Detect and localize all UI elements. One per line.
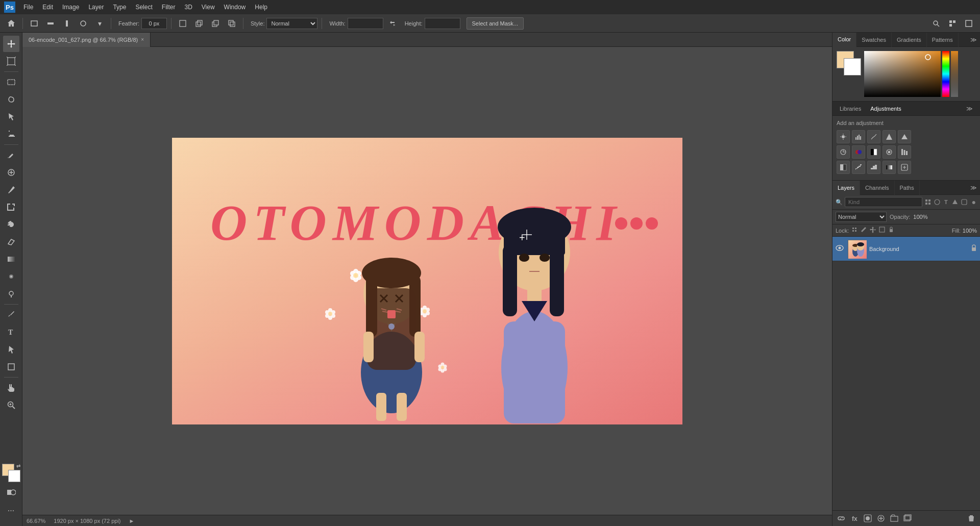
- blur-tool[interactable]: [3, 268, 19, 285]
- search-ui-btn[interactable]: [929, 16, 943, 31]
- tab-gradients[interactable]: Gradients: [892, 33, 927, 47]
- brush-tool[interactable]: [3, 182, 19, 198]
- menu-help[interactable]: Help: [251, 3, 272, 12]
- pen-tool[interactable]: [3, 307, 19, 323]
- adj-levels-btn[interactable]: [852, 130, 865, 143]
- feather-input[interactable]: [141, 18, 167, 29]
- blend-mode-select[interactable]: Normal Dissolve Multiply Screen Overlay: [836, 212, 887, 222]
- add-selection-btn[interactable]: [192, 16, 206, 31]
- menu-file[interactable]: File: [19, 3, 37, 12]
- color-panel-collapse-btn[interactable]: ≫: [967, 36, 980, 43]
- document-tab[interactable]: 06-encode_001_627.png @ 66.7% (RGB/8) ×: [22, 33, 151, 47]
- tab-channels[interactable]: Channels: [860, 181, 894, 195]
- menu-type[interactable]: Type: [109, 3, 130, 12]
- adj-hsl-btn[interactable]: [837, 145, 850, 159]
- navigate-btn[interactable]: ►: [129, 518, 135, 524]
- crop-tool[interactable]: [3, 126, 19, 142]
- marquee-rect-tool[interactable]: [3, 74, 19, 90]
- rect-marquee-btn[interactable]: [27, 16, 41, 31]
- adj-gradient-map-btn[interactable]: [883, 161, 896, 174]
- menu-window[interactable]: Window: [220, 3, 250, 12]
- new-selection-btn[interactable]: [176, 16, 190, 31]
- lock-pixels-btn[interactable]: [851, 226, 858, 235]
- filter-pixel-btn[interactable]: [924, 197, 932, 207]
- maximize-btn[interactable]: [962, 16, 976, 31]
- link-layers-btn[interactable]: [836, 513, 847, 524]
- filter-type-btn[interactable]: T: [943, 197, 949, 207]
- lock-brush-btn[interactable]: [860, 226, 867, 235]
- adj-threshold-btn[interactable]: [867, 161, 880, 174]
- bg-color-chip[interactable]: [8, 470, 20, 482]
- fill-value[interactable]: 100%: [963, 228, 977, 234]
- adj-invert-btn[interactable]: [837, 161, 850, 174]
- adj-colorbalance-btn[interactable]: [852, 145, 865, 159]
- tab-adjustments[interactable]: Adjustments: [867, 102, 904, 116]
- select-row-btn[interactable]: [43, 16, 58, 31]
- opacity-slider[interactable]: [951, 51, 958, 97]
- tab-layers[interactable]: Layers: [832, 181, 860, 195]
- layers-search-input[interactable]: [845, 197, 922, 207]
- quick-mask-btn[interactable]: [3, 484, 19, 500]
- swap-dimensions-btn[interactable]: [385, 16, 400, 31]
- clone-stamp-tool[interactable]: [3, 199, 19, 215]
- tab-color[interactable]: Color: [832, 33, 856, 47]
- home-button[interactable]: [4, 16, 18, 31]
- workspace-btn[interactable]: [945, 16, 960, 31]
- menu-filter[interactable]: Filter: [158, 3, 180, 12]
- menu-view[interactable]: View: [198, 3, 219, 12]
- dodge-tool[interactable]: [3, 286, 19, 302]
- background-swatch[interactable]: [844, 58, 861, 76]
- move-tool[interactable]: [3, 36, 19, 52]
- tab-patterns[interactable]: Patterns: [927, 33, 959, 47]
- adj-channel-mixer-btn[interactable]: [898, 145, 911, 159]
- history-brush-tool[interactable]: [3, 216, 19, 233]
- layer-visibility-btn[interactable]: [836, 244, 845, 254]
- height-input[interactable]: [425, 18, 460, 29]
- lock-all-btn[interactable]: [888, 226, 895, 235]
- swap-colors-btn[interactable]: ⇄: [16, 464, 20, 469]
- hue-slider[interactable]: [942, 51, 949, 97]
- style-select[interactable]: Normal Fixed Ratio Fixed Size: [266, 18, 317, 29]
- layer-item-background[interactable]: Background: [832, 237, 980, 261]
- filter-adjustment-btn[interactable]: [934, 197, 941, 207]
- color-gradient-picker[interactable]: [864, 51, 941, 97]
- adj-bw-btn[interactable]: [867, 145, 880, 159]
- canvas-wrapper[interactable]: OTOMODACHI: [22, 47, 832, 515]
- add-style-btn[interactable]: fx: [849, 513, 860, 524]
- shape-tool[interactable]: [3, 359, 19, 375]
- healing-tool[interactable]: [3, 164, 19, 181]
- layers-panel-collapse-btn[interactable]: ≫: [967, 184, 980, 191]
- tab-close-btn[interactable]: ×: [141, 37, 144, 42]
- zoom-tool[interactable]: [3, 397, 19, 413]
- gradient-tool[interactable]: [3, 251, 19, 267]
- menu-layer[interactable]: Layer: [84, 3, 108, 12]
- canvas-image[interactable]: OTOMODACHI: [172, 138, 682, 424]
- delete-layer-btn[interactable]: [966, 513, 977, 524]
- adj-selective-color-btn[interactable]: [898, 161, 911, 174]
- menu-edit[interactable]: Edit: [38, 3, 57, 12]
- adj-vibrance-btn[interactable]: [898, 130, 911, 143]
- filter-smart-btn[interactable]: [961, 197, 968, 207]
- adj-panel-collapse-btn[interactable]: ≫: [963, 105, 976, 112]
- text-tool[interactable]: T: [3, 324, 19, 340]
- filter-shape-btn[interactable]: [951, 197, 959, 207]
- eraser-tool[interactable]: [3, 234, 19, 250]
- adj-curves-btn[interactable]: [867, 130, 880, 143]
- new-fill-adj-btn[interactable]: [875, 513, 887, 524]
- opacity-value[interactable]: 100%: [913, 214, 927, 220]
- adj-photofilter-btn[interactable]: [883, 145, 896, 159]
- tab-swatches[interactable]: Swatches: [856, 33, 892, 47]
- tab-libraries[interactable]: Libraries: [837, 102, 864, 116]
- add-mask-btn[interactable]: [862, 513, 873, 524]
- select-type-btn[interactable]: [76, 16, 90, 31]
- tab-paths[interactable]: Paths: [895, 181, 920, 195]
- filter-toggle-btn[interactable]: ●: [971, 197, 977, 207]
- menu-3d[interactable]: 3D: [180, 3, 196, 12]
- menu-image[interactable]: Image: [58, 3, 83, 12]
- select-dropdown-btn[interactable]: ▾: [92, 16, 107, 31]
- select-mask-button[interactable]: Select and Mask...: [467, 17, 524, 30]
- menu-select[interactable]: Select: [131, 3, 156, 12]
- hand-tool[interactable]: [3, 380, 19, 396]
- eyedropper-tool[interactable]: [3, 147, 19, 163]
- lasso-tool[interactable]: [3, 91, 19, 108]
